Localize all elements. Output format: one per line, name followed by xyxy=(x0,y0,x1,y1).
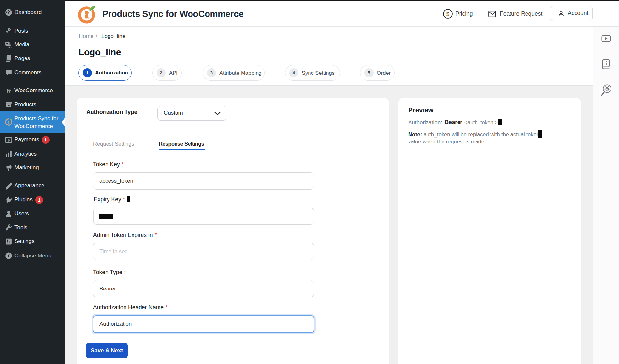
svg-text:$: $ xyxy=(8,138,10,142)
svg-text:$: $ xyxy=(446,11,450,17)
svg-text:W: W xyxy=(6,87,12,94)
